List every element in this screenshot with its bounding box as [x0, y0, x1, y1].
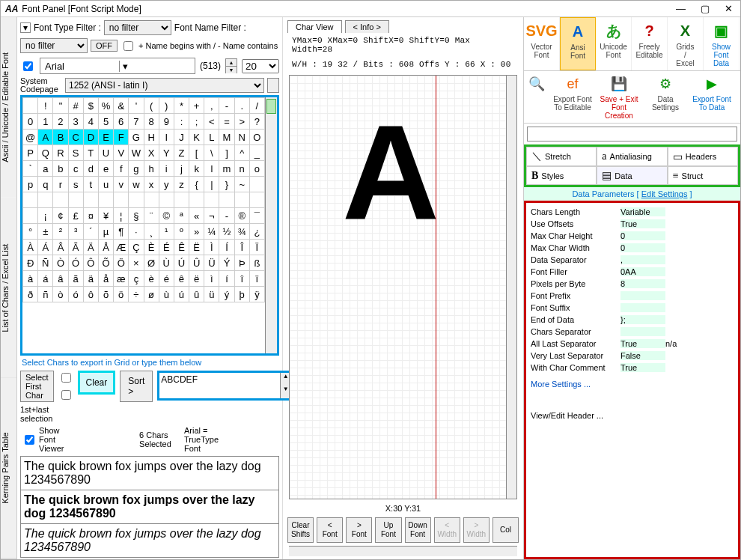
char-cell[interactable]: ð: [23, 287, 38, 302]
char-cell[interactable]: Ø: [144, 255, 159, 271]
font-enabled-checkbox[interactable]: [23, 61, 33, 71]
ribbon-btn[interactable]: AAnsiFont: [560, 17, 596, 70]
char-cell[interactable]: u: [98, 177, 113, 192]
char-cell[interactable]: r: [53, 177, 68, 192]
char-cell[interactable]: ½: [219, 224, 234, 240]
char-cell[interactable]: 7: [129, 114, 144, 130]
edit-settings-link[interactable]: Edit Settings: [641, 189, 688, 198]
char-cell[interactable]: f: [114, 161, 129, 177]
char-cell[interactable]: T: [83, 145, 98, 161]
char-cell[interactable]: *: [174, 98, 189, 114]
font-size-select[interactable]: 20: [242, 59, 279, 73]
char-cell[interactable]: §: [129, 208, 144, 224]
char-cell[interactable]: >: [234, 114, 249, 130]
char-cell[interactable]: ë: [189, 271, 204, 287]
char-cell[interactable]: q: [38, 177, 53, 192]
param-tab[interactable]: ▤Data: [597, 166, 667, 185]
char-cell[interactable]: µ: [98, 224, 113, 240]
char-cell[interactable]: m: [219, 161, 234, 177]
char-cell[interactable]: 6: [114, 114, 129, 130]
char-cell[interactable]: «: [189, 208, 204, 224]
ribbon2-btn[interactable]: 🔍: [524, 73, 549, 121]
char-cell[interactable]: B: [53, 130, 68, 145]
char-cell[interactable]: [23, 208, 38, 224]
char-cell[interactable]: [83, 192, 98, 208]
maximize-button[interactable]: ▢: [698, 3, 713, 14]
char-cell[interactable]: Ë: [189, 240, 204, 255]
char-cell[interactable]: Î: [234, 240, 249, 255]
char-cell[interactable]: p: [23, 177, 38, 192]
selected-chars-input[interactable]: ABCDEF: [159, 373, 280, 398]
char-cell[interactable]: 9: [159, 114, 174, 130]
char-cell[interactable]: [249, 177, 264, 192]
char-cell[interactable]: ±: [38, 224, 53, 240]
char-cell[interactable]: ]: [219, 145, 234, 161]
char-cell[interactable]: |: [204, 177, 219, 192]
char-cell[interactable]: R: [53, 145, 68, 161]
char-cell[interactable]: [23, 98, 38, 114]
char-cell[interactable]: Z: [174, 145, 189, 161]
char-cell[interactable]: î: [234, 271, 249, 287]
charview-btn[interactable]: <Font: [317, 517, 343, 543]
char-cell[interactable]: l: [204, 161, 219, 177]
char-cell[interactable]: ®: [234, 208, 249, 224]
char-cell[interactable]: ´: [83, 224, 98, 240]
char-cell[interactable]: [38, 192, 53, 208]
char-cell[interactable]: %: [98, 98, 113, 114]
char-cell[interactable]: G: [129, 130, 144, 145]
char-cell[interactable]: _: [249, 145, 264, 161]
canvas-vscroll[interactable]: [506, 76, 516, 499]
char-cell[interactable]: ã: [68, 271, 83, 287]
char-cell[interactable]: j: [174, 161, 189, 177]
char-cell[interactable]: y: [159, 177, 174, 192]
charview-btn[interactable]: UpFont: [375, 517, 401, 543]
char-cell[interactable]: Ã: [68, 240, 83, 255]
char-cell[interactable]: ¾: [234, 224, 249, 240]
char-cell[interactable]: I: [159, 130, 174, 145]
close-button[interactable]: ✕: [722, 3, 736, 14]
tab-info[interactable]: < Info >: [345, 20, 389, 33]
char-cell[interactable]: ,: [204, 98, 219, 114]
char-cell[interactable]: ü: [204, 287, 219, 302]
char-cell[interactable]: V: [114, 145, 129, 161]
char-cell[interactable]: \: [204, 145, 219, 161]
char-cell[interactable]: (: [144, 98, 159, 114]
char-cell[interactable]: Â: [53, 240, 68, 255]
char-cell[interactable]: Ä: [83, 240, 98, 255]
ribbon2-btn[interactable]: ▶Export Font To Data: [689, 73, 735, 121]
more-settings-link[interactable]: More Settings ...: [526, 374, 738, 395]
char-cell[interactable]: /: [249, 98, 264, 114]
param-tab[interactable]: ＼Stretch: [526, 147, 597, 166]
char-cell[interactable]: ²: [53, 224, 68, 240]
filter-off-button[interactable]: OFF: [91, 40, 118, 52]
ribbon-btn[interactable]: XGrids/Excel: [668, 17, 704, 70]
char-cell[interactable]: Á: [38, 240, 53, 255]
char-cell[interactable]: <: [204, 114, 219, 130]
char-cell[interactable]: Û: [189, 255, 204, 271]
char-cell[interactable]: ^: [234, 145, 249, 161]
char-cell[interactable]: F: [114, 130, 129, 145]
char-cell[interactable]: ø: [144, 287, 159, 302]
char-cell[interactable]: ê: [174, 271, 189, 287]
side-tab-charlist[interactable]: List of Chars / Excel List: [1, 198, 16, 379]
char-cell[interactable]: h: [144, 161, 159, 177]
ribbon2-btn[interactable]: efExport Font To Editable: [549, 73, 596, 121]
char-cell[interactable]: Þ: [234, 255, 249, 271]
char-cell[interactable]: ): [159, 98, 174, 114]
char-cell[interactable]: [144, 192, 159, 208]
char-cell[interactable]: â: [53, 271, 68, 287]
char-cell[interactable]: ý: [219, 287, 234, 302]
char-cell[interactable]: [219, 192, 234, 208]
ribbon2-btn[interactable]: 💾Save + Exit Font Creation: [596, 73, 642, 121]
char-cell[interactable]: [174, 192, 189, 208]
char-cell[interactable]: D: [83, 130, 98, 145]
char-cell[interactable]: c: [68, 161, 83, 177]
char-cell[interactable]: ~: [234, 177, 249, 192]
char-cell[interactable]: S: [68, 145, 83, 161]
select-first-checkbox[interactable]: [61, 373, 71, 383]
char-cell[interactable]: v: [114, 177, 129, 192]
char-cell[interactable]: [234, 192, 249, 208]
codepage-extra-button[interactable]: [267, 78, 279, 93]
param-tab[interactable]: BStyles: [526, 166, 597, 185]
char-cell[interactable]: ³: [68, 224, 83, 240]
